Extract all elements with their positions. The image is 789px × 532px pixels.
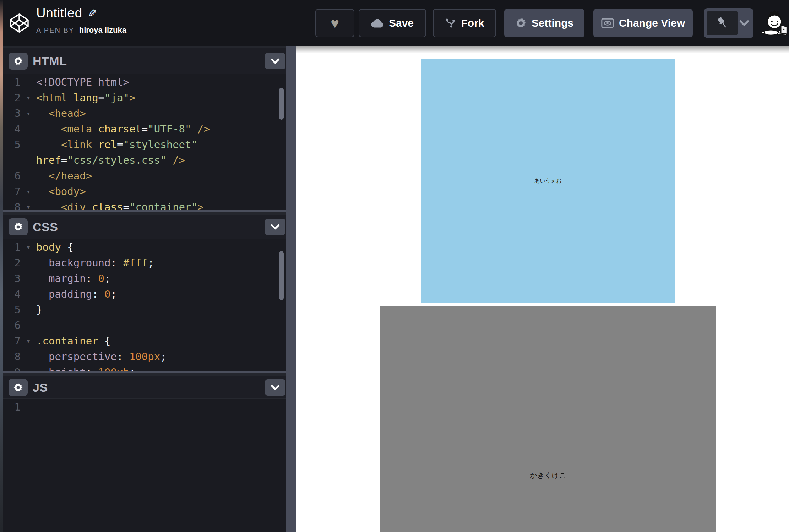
- fold-gutter: [21, 74, 36, 90]
- line-number: [3, 152, 21, 168]
- fold-gutter: [21, 302, 36, 317]
- code-line[interactable]: 1▾body {: [3, 239, 286, 255]
- codepen-logo-icon[interactable]: [9, 11, 30, 35]
- code-line[interactable]: 5 <link rel="stylesheet": [3, 137, 286, 152]
- code-text: margin: 0;: [36, 271, 111, 286]
- html-collapse-button[interactable]: [265, 53, 285, 69]
- code-text: <div class="container">: [36, 199, 203, 210]
- heart-icon: ♥: [331, 16, 339, 30]
- css-code-editor[interactable]: 1▾body {2 background: #fff;3 margin: 0;4…: [3, 239, 286, 371]
- code-text: <body>: [36, 184, 86, 199]
- pin-button[interactable]: [707, 11, 738, 35]
- preview-gray-box: かきくけこ: [380, 306, 716, 532]
- pen-byline: A PEN BY hiroya iizuka: [36, 26, 126, 35]
- fold-arrow-icon[interactable]: ▾: [21, 199, 36, 210]
- fold-arrow-icon[interactable]: ▾: [21, 105, 36, 121]
- code-text: </head>: [36, 168, 92, 184]
- edit-pencil-icon[interactable]: ✎: [88, 7, 97, 20]
- fold-gutter: [21, 152, 36, 168]
- line-number: 6: [3, 168, 21, 184]
- html-editor-scrollbar[interactable]: [279, 88, 284, 120]
- fold-gutter: [21, 399, 36, 415]
- code-text: <!DOCTYPE html>: [36, 74, 129, 90]
- settings-button[interactable]: Settings: [504, 9, 584, 37]
- pin-dropdown-chevron[interactable]: [738, 8, 751, 38]
- code-line[interactable]: 1: [3, 399, 286, 415]
- code-text: href="css/styles.css" />: [36, 152, 185, 168]
- line-number: 8: [3, 199, 21, 210]
- line-number: 7: [3, 333, 21, 349]
- fork-icon: [445, 17, 456, 29]
- code-text: padding: 0;: [36, 286, 117, 302]
- line-number: 2: [3, 90, 21, 105]
- code-text: body {: [36, 239, 74, 255]
- line-number: 8: [3, 349, 21, 364]
- code-line[interactable]: href="css/styles.css" />: [3, 152, 286, 168]
- fold-arrow-icon[interactable]: ▾: [21, 90, 36, 105]
- css-panel-label: CSS: [33, 220, 58, 234]
- cloud-icon: [371, 19, 384, 28]
- css-settings-gear-button[interactable]: [9, 218, 28, 235]
- code-line[interactable]: 7▾.container {: [3, 333, 286, 349]
- fold-gutter: [21, 286, 36, 302]
- code-line[interactable]: 4 <meta charset="UTF-8" />: [3, 121, 286, 137]
- pen-title[interactable]: Untitled ✎: [36, 6, 126, 21]
- code-line[interactable]: 8 perspective: 100px;: [3, 349, 286, 364]
- code-text: height: 100vh;: [36, 364, 135, 371]
- panel-top-strip: [3, 212, 286, 215]
- fork-button[interactable]: Fork: [433, 9, 496, 37]
- js-code-editor[interactable]: 1: [3, 399, 286, 532]
- fold-gutter: [21, 317, 36, 333]
- code-line[interactable]: 3 margin: 0;: [3, 271, 286, 286]
- change-view-button[interactable]: Change View: [593, 9, 693, 37]
- code-line[interactable]: 6 </head>: [3, 168, 286, 184]
- line-number: 6: [3, 317, 21, 333]
- js-settings-gear-button[interactable]: [9, 379, 28, 396]
- fold-gutter: [21, 168, 36, 184]
- code-line[interactable]: 5}: [3, 302, 286, 317]
- preview-blue-box-text: あいうえお: [534, 178, 562, 184]
- fold-gutter: [21, 271, 36, 286]
- pen-title-text: Untitled: [36, 6, 82, 21]
- code-line[interactable]: 8▾ <div class="container">: [3, 199, 286, 210]
- code-line[interactable]: 3▾ <head>: [3, 105, 286, 121]
- html-settings-gear-button[interactable]: [9, 53, 28, 70]
- line-number: 1: [3, 399, 21, 415]
- preview-blue-box: あいうえお: [421, 59, 675, 303]
- js-collapse-button[interactable]: [265, 379, 285, 396]
- code-line[interactable]: 7▾ <body>: [3, 184, 286, 199]
- code-line[interactable]: 1<!DOCTYPE html>: [3, 74, 286, 90]
- save-button[interactable]: Save: [359, 9, 426, 37]
- like-button[interactable]: ♥: [315, 9, 354, 37]
- fold-arrow-icon[interactable]: ▾: [21, 239, 36, 255]
- line-number: 9: [3, 364, 21, 371]
- code-text: <html lang="ja">: [36, 90, 135, 105]
- pen-title-block: Untitled ✎ A PEN BY hiroya iizuka: [36, 6, 126, 35]
- code-line[interactable]: 4 padding: 0;: [3, 286, 286, 302]
- line-number: 7: [3, 184, 21, 199]
- save-button-label: Save: [389, 17, 414, 29]
- css-collapse-button[interactable]: [265, 219, 285, 235]
- fold-arrow-icon[interactable]: ▾: [21, 333, 36, 349]
- code-line[interactable]: 2 background: #fff;: [3, 255, 286, 271]
- change-view-button-label: Change View: [619, 17, 685, 29]
- code-line[interactable]: 9 height: 100vh;: [3, 364, 286, 371]
- html-code-editor[interactable]: 1<!DOCTYPE html>2▾<html lang="ja">3▾ <he…: [3, 74, 286, 210]
- background-sliver: [0, 0, 3, 532]
- user-avatar[interactable]: [760, 8, 789, 38]
- code-line[interactable]: 2▾<html lang="ja">: [3, 90, 286, 105]
- line-number: 2: [3, 255, 21, 271]
- editor-preview-divider[interactable]: [286, 46, 296, 532]
- byline-author-link[interactable]: hiroya iizuka: [79, 26, 126, 34]
- line-number: 1: [3, 74, 21, 90]
- code-text: <meta charset="UTF-8" />: [36, 121, 210, 137]
- line-number: 4: [3, 286, 21, 302]
- code-text: .container {: [36, 333, 111, 349]
- code-line[interactable]: 6: [3, 317, 286, 333]
- fold-arrow-icon[interactable]: ▾: [21, 184, 36, 199]
- code-text: <link rel="stylesheet": [36, 137, 197, 152]
- css-editor-scrollbar[interactable]: [279, 251, 284, 300]
- line-number: 5: [3, 137, 21, 152]
- fork-button-label: Fork: [461, 17, 484, 29]
- editor-column: HTML 1<!DOCTYPE html>2▾<html lang="ja">3…: [3, 46, 286, 532]
